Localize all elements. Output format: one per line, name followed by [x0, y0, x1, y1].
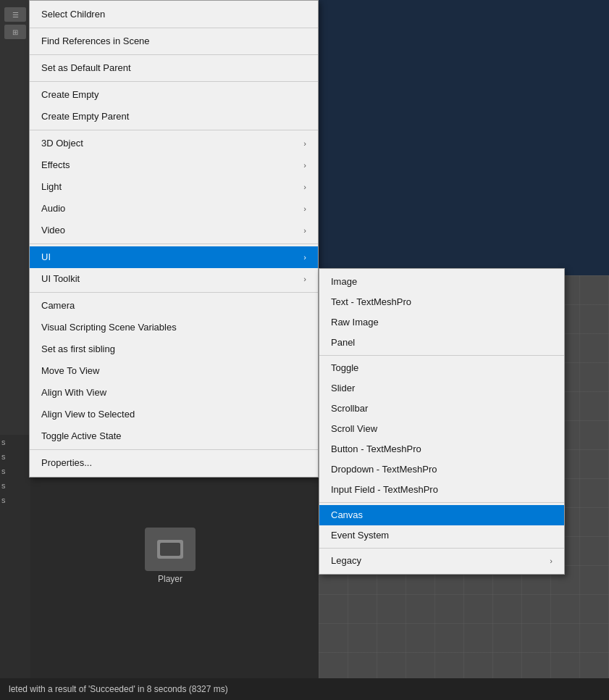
menu-item-label-find-references: Find References in Scene: [41, 36, 150, 48]
menu-item-select-children[interactable]: Select Children: [30, 4, 318, 25]
submenu-item-legacy[interactable]: Legacy›: [319, 551, 564, 571]
submenu-item-canvas[interactable]: Canvas: [319, 505, 564, 525]
submenu-item-raw-image[interactable]: Raw Image: [319, 312, 564, 333]
menu-item-arrow-3d-object: ›: [303, 138, 306, 149]
menu-item-label-video: Video: [41, 225, 65, 237]
submenu-item-label-canvas: Canvas: [331, 509, 363, 522]
submenu-item-text-mesh[interactable]: Text - TextMeshPro: [319, 292, 564, 312]
context-menu-submenu: ImageText - TextMeshProRaw ImagePanelTog…: [319, 268, 565, 575]
menu-item-ui-toolkit[interactable]: UI Toolkit›: [30, 268, 318, 290]
menu-item-label-align-with-view: Align With View: [41, 387, 106, 399]
hierarchy-label-s5: s: [0, 493, 30, 507]
submenu-item-label-button-mesh: Button - TextMeshPro: [331, 443, 421, 456]
submenu-item-image[interactable]: Image: [319, 272, 564, 292]
submenu-item-input-field-mesh[interactable]: Input Field - TextMeshPro: [319, 480, 564, 500]
context-menu-wrapper: Select ChildrenFind References in SceneS…: [29, 0, 319, 478]
menu-item-arrow-ui-toolkit: ›: [303, 274, 306, 284]
menu-item-camera[interactable]: Camera: [30, 295, 318, 317]
menu-item-arrow-ui: ›: [303, 252, 306, 262]
menu-item-audio[interactable]: Audio›: [30, 198, 318, 220]
submenu-item-label-input-field-mesh: Input Field - TextMeshPro: [331, 484, 438, 496]
menu-item-label-audio: Audio: [41, 203, 65, 215]
submenu-item-toggle[interactable]: Toggle: [319, 358, 564, 378]
status-text: leted with a result of 'Succeeded' in 8 …: [9, 684, 228, 694]
menu-item-label-align-view-selected: Align View to Selected: [41, 409, 135, 421]
submenu-item-dropdown-mesh[interactable]: Dropdown - TextMeshPro: [319, 459, 564, 480]
menu-item-light[interactable]: Light›: [30, 176, 318, 198]
menu-item-effects[interactable]: Effects›: [30, 154, 318, 176]
menu-item-arrow-video: ›: [303, 225, 306, 236]
menu-item-label-create-empty-parent: Create Empty Parent: [41, 111, 129, 123]
submenu-item-label-raw-image: Raw Image: [331, 317, 379, 329]
submenu-item-label-text-mesh: Text - TextMeshPro: [331, 296, 411, 309]
menu-item-label-visual-scripting: Visual Scripting Scene Variables: [41, 322, 177, 334]
menu-item-label-light: Light: [41, 181, 62, 193]
submenu-item-label-dropdown-mesh: Dropdown - TextMeshPro: [331, 464, 437, 476]
menu-separator-after-toggle-active: [30, 449, 318, 450]
menu-item-find-references[interactable]: Find References in Scene: [30, 30, 318, 52]
submenu-separator-after-event-system: [319, 548, 564, 549]
menu-item-label-ui-toolkit: UI Toolkit: [41, 273, 80, 286]
menu-item-set-first-sibling[interactable]: Set as first sibling: [30, 338, 318, 360]
status-bar: leted with a result of 'Succeeded' in 8 …: [0, 678, 609, 700]
menu-item-move-to-view[interactable]: Move To View: [30, 360, 318, 382]
submenu-item-label-slider: Slider: [331, 383, 355, 395]
menu-item-align-with-view[interactable]: Align With View: [30, 382, 318, 404]
player-label-area: Player: [145, 528, 196, 584]
menu-item-label-toggle-active: Toggle Active State: [41, 430, 122, 443]
player-icon: [145, 528, 196, 571]
menu-item-3d-object[interactable]: 3D Object›: [30, 133, 318, 154]
menu-item-visual-scripting[interactable]: Visual Scripting Scene Variables: [30, 317, 318, 338]
menu-separator-after-select-children: [30, 28, 318, 28]
submenu-item-event-system[interactable]: Event System: [319, 525, 564, 546]
menu-item-video[interactable]: Video›: [30, 220, 318, 241]
submenu-item-label-panel: Panel: [331, 337, 355, 349]
menu-item-label-move-to-view: Move To View: [41, 365, 99, 378]
menu-item-label-set-first-sibling: Set as first sibling: [41, 343, 115, 356]
menu-item-label-camera: Camera: [41, 300, 75, 312]
sidebar-icon-1: ☰: [4, 7, 26, 22]
menu-separator-after-set-default-parent: [30, 81, 318, 82]
menu-item-arrow-audio: ›: [303, 204, 306, 214]
menu-item-label-ui: UI: [41, 251, 51, 264]
submenu-item-label-toggle: Toggle: [331, 362, 358, 375]
submenu-item-label-event-system: Event System: [331, 530, 389, 542]
menu-item-create-empty[interactable]: Create Empty: [30, 84, 318, 106]
submenu-item-label-scroll-view: Scroll View: [331, 423, 377, 436]
submenu-item-arrow-legacy: ›: [550, 556, 553, 566]
menu-item-label-select-children: Select Children: [41, 9, 105, 21]
submenu-item-scrollbar[interactable]: Scrollbar: [319, 399, 564, 419]
menu-item-arrow-light: ›: [303, 182, 306, 192]
menu-item-properties[interactable]: Properties...: [30, 452, 318, 474]
hierarchy-label-s3: s: [0, 464, 30, 478]
hierarchy-label-s2: s: [0, 449, 30, 464]
svg-rect-8: [160, 543, 180, 556]
menu-item-label-3d-object: 3D Object: [41, 138, 83, 150]
player-text: Player: [158, 574, 182, 584]
menu-separator-after-create-empty-parent: [30, 130, 318, 130]
submenu-item-label-legacy: Legacy: [331, 555, 361, 567]
submenu-item-scroll-view[interactable]: Scroll View: [319, 419, 564, 439]
menu-item-label-properties: Properties...: [41, 457, 92, 470]
menu-item-toggle-active[interactable]: Toggle Active State: [30, 425, 318, 447]
submenu-item-label-image: Image: [331, 276, 357, 288]
submenu-item-slider[interactable]: Slider: [319, 378, 564, 399]
submenu-separator-after-panel: [319, 355, 564, 356]
menu-item-ui[interactable]: UI›: [30, 246, 318, 268]
menu-item-align-view-selected[interactable]: Align View to Selected: [30, 404, 318, 425]
menu-item-create-empty-parent[interactable]: Create Empty Parent: [30, 106, 318, 128]
sidebar-icon-2: ⊞: [4, 25, 26, 39]
menu-item-set-default-parent[interactable]: Set as Default Parent: [30, 57, 318, 79]
hierarchy-labels: s s s s s: [0, 435, 30, 678]
submenu-item-panel[interactable]: Panel: [319, 333, 564, 353]
submenu-separator-after-input-field-mesh: [319, 502, 564, 503]
menu-separator-after-find-references: [30, 54, 318, 55]
context-menu-primary: Select ChildrenFind References in SceneS…: [29, 0, 319, 478]
submenu-item-button-mesh[interactable]: Button - TextMeshPro: [319, 439, 564, 459]
menu-item-label-set-default-parent: Set as Default Parent: [41, 62, 131, 75]
hierarchy-label-s4: s: [0, 478, 30, 493]
menu-item-arrow-effects: ›: [303, 160, 306, 170]
menu-separator-after-video: [30, 243, 318, 244]
menu-separator-after-ui-toolkit: [30, 292, 318, 293]
menu-item-label-create-empty: Create Empty: [41, 89, 98, 101]
